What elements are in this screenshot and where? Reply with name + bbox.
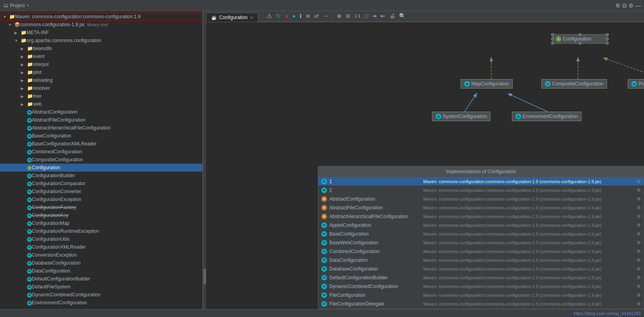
tree-item[interactable]: ▶📁 reloading (0, 76, 202, 84)
configuration-tab[interactable]: ☕ Configuration ✕ (206, 13, 258, 22)
settings-icon[interactable]: ⚙ (615, 2, 621, 9)
impl-row[interactable]: G HierarchicalConfiguration Maven: commo… (318, 308, 644, 309)
tree-item[interactable]: G ConfigurationMap (0, 219, 202, 227)
tree-arrow[interactable]: ▶ (21, 86, 27, 91)
impl-row[interactable]: G AppletConfiguration Maven: commons-con… (318, 221, 644, 230)
tree-item[interactable]: G DynamicCombinedConfiguration (0, 291, 202, 299)
tree-arrow[interactable]: ▶ (21, 78, 27, 83)
impl-navigate-icon[interactable]: ⊞ (637, 257, 640, 263)
tree-item[interactable]: G DataConfiguration (0, 267, 202, 275)
impl-row[interactable]: G CombinedConfiguration Maven: commons-c… (318, 247, 644, 256)
tree-item[interactable]: ▶📁 event (0, 52, 202, 60)
impl-row[interactable]: G DatabaseConfiguration Maven: commons-c… (318, 265, 644, 273)
tree-item[interactable]: G ConfigurationConverter (0, 187, 202, 195)
toolbar-refresh-icon[interactable]: ↻ (275, 12, 282, 19)
vertical-scrollbar[interactable] (203, 11, 206, 309)
tree-arrow[interactable]: ▼ (3, 15, 9, 19)
tree-item[interactable]: G BaseConfigurationXMLReader (0, 140, 202, 148)
tree-item[interactable]: ▶📁 interpol (0, 60, 202, 68)
tree-item[interactable]: G ConfigurationException (0, 195, 202, 203)
impl-navigate-icon[interactable]: ⊞ (637, 222, 640, 228)
impl-table[interactable]: G 1 Maven: commons-configuration:commons… (318, 177, 644, 309)
toolbar-search-icon[interactable]: 🔍 (398, 12, 407, 19)
impl-navigate-icon[interactable]: ⊞ (637, 240, 640, 245)
impl-row[interactable]: A AbstractFileConfiguration Maven: commo… (318, 203, 644, 212)
toolbar-zoom-out-icon[interactable]: ⊖ (345, 12, 351, 19)
tree-item[interactable]: I Configuration (0, 164, 202, 172)
toolbar-zoom-in-icon[interactable]: ⊕ (336, 12, 342, 19)
tree-item[interactable]: ▼📦 commons-configuration-1.9.jarlibrary … (0, 21, 202, 29)
tree-item[interactable]: G CombinedConfiguration (0, 148, 202, 156)
tree-arrow[interactable]: ▶ (14, 31, 21, 35)
tree-item[interactable]: ▶📁 resolver (0, 84, 202, 92)
tree-item[interactable]: ▼📁 org.apache.commons.configuration (0, 37, 202, 44)
tab-close-icon[interactable]: ✕ (250, 15, 253, 20)
impl-row[interactable]: G FileConfigurationDelegate Maven: commo… (318, 300, 644, 308)
tree-item[interactable]: G ConfigurationKey (0, 211, 202, 219)
toolbar-arrows-icon[interactable]: ↔ (322, 12, 329, 19)
impl-navigate-icon[interactable]: ⊞ (637, 284, 640, 289)
toolbar-warning-icon[interactable]: ⚠ (266, 12, 273, 19)
tree-arrow[interactable]: ▶ (21, 102, 27, 106)
impl-navigate-icon[interactable]: ⊞ (637, 231, 640, 236)
gear-icon[interactable]: ⚙ (628, 2, 634, 9)
tree-item[interactable]: G AbstractFileConfiguration (0, 116, 202, 124)
impl-row[interactable]: G FileConfiguration Maven: commons-confi… (318, 291, 644, 300)
tree-item[interactable]: G ConversionException (0, 251, 202, 259)
tree-item[interactable]: G AbstractConfiguration (0, 108, 202, 116)
impl-navigate-icon[interactable]: ⊞ (637, 214, 640, 219)
toolbar-swap-icon[interactable]: ⇄ (313, 12, 320, 19)
tree-item[interactable]: G BaseConfiguration (0, 132, 202, 140)
tree-item[interactable]: G DefaultFileSystem (0, 283, 202, 291)
uml-node-map-configuration[interactable]: G MapConfiguration (461, 79, 513, 89)
tree-item[interactable]: G ConfigurationComparator (0, 180, 202, 187)
impl-navigate-icon[interactable]: ⊞ (637, 249, 640, 254)
tree-item[interactable]: G DatabaseConfiguration (0, 259, 202, 267)
uml-node-properties-configuration[interactable]: G PropertiesConfiguration (628, 79, 644, 89)
impl-row[interactable]: G DynamicCombinedConfiguration Maven: co… (318, 282, 644, 291)
tree-item[interactable]: G ConfigurationUtils (0, 235, 202, 243)
impl-navigate-icon[interactable]: ⊞ (637, 266, 640, 271)
tree-item[interactable]: ▶📁 beanutils (0, 44, 202, 52)
tree-item[interactable]: G ConfigurationXMLReader (0, 243, 202, 251)
impl-navigate-icon[interactable]: ⊞ (637, 179, 640, 184)
tree-item[interactable]: G ConfigurationFactory (0, 203, 202, 211)
tree-arrow[interactable]: ▶ (21, 94, 27, 99)
uml-node-composite-configuration[interactable]: G CompositeConfiguration (541, 79, 607, 89)
tree-item[interactable]: G DefaultConfigurationBuilder (0, 275, 202, 283)
impl-row[interactable]: A AbstractHierarchicalFileConfiguration … (318, 212, 644, 221)
layout-icon[interactable]: ⊟ (622, 2, 627, 9)
toolbar-red-icon[interactable]: ● (284, 12, 289, 19)
tree-arrow[interactable]: ▼ (8, 23, 14, 27)
toolbar-1-1-icon[interactable]: 1:1 (354, 13, 361, 19)
impl-row[interactable]: G 2 Maven: commons-configuration:commons… (318, 186, 644, 195)
minimize-icon[interactable]: — (635, 2, 641, 9)
tree-item[interactable]: G CompositeConfiguration (0, 156, 202, 164)
tree-item[interactable]: ▶📁 web (0, 100, 202, 108)
impl-navigate-icon[interactable]: ⊞ (637, 187, 640, 193)
tree-item[interactable]: ▼📁 Maven: commons-configuration:commons-… (1, 13, 202, 21)
toolbar-info-icon[interactable]: ℹ (299, 12, 302, 19)
impl-row[interactable]: G DataConfiguration Maven: commons-confi… (318, 256, 644, 265)
uml-node-system-configuration[interactable]: G SystemConfiguration (432, 112, 490, 121)
tree-item[interactable]: ▶📁 tree (0, 92, 202, 100)
tree-item[interactable]: G ConfigurationBuilder (0, 172, 202, 180)
blog-link[interactable]: https://blog.csdn.net/qq_34361283 (574, 311, 641, 316)
toolbar-collapse-icon[interactable]: ⇤ (380, 12, 386, 19)
tree-arrow[interactable]: ▶ (21, 46, 27, 51)
impl-navigate-icon[interactable]: ⊞ (637, 301, 640, 306)
tree-item[interactable]: ▶📁 plist (0, 68, 202, 76)
tree-item[interactable]: G ConfigurationRuntimeException (0, 227, 202, 235)
impl-row[interactable]: A AbstractConfiguration Maven: commons-c… (318, 195, 644, 203)
tree-item[interactable]: G AbstractHierarchicalFileConfiguration (0, 124, 202, 132)
impl-navigate-icon[interactable]: ⊞ (637, 292, 640, 298)
impl-navigate-icon[interactable]: ⊞ (637, 196, 640, 201)
tree-item[interactable]: G EnvironmentConfiguration (0, 299, 202, 307)
tree-arrow[interactable]: ▶ (21, 54, 27, 59)
toolbar-fit-icon[interactable]: □ (364, 12, 369, 19)
tree-arrow[interactable]: ▼ (14, 39, 21, 43)
impl-navigate-icon[interactable]: ⊞ (637, 275, 640, 280)
tree-container[interactable]: ▼📁 Maven: commons-configuration:commons-… (0, 11, 202, 309)
impl-row[interactable]: G 1 Maven: commons-configuration:commons… (318, 177, 644, 186)
uml-node-configuration[interactable]: I Configuration (552, 34, 608, 44)
